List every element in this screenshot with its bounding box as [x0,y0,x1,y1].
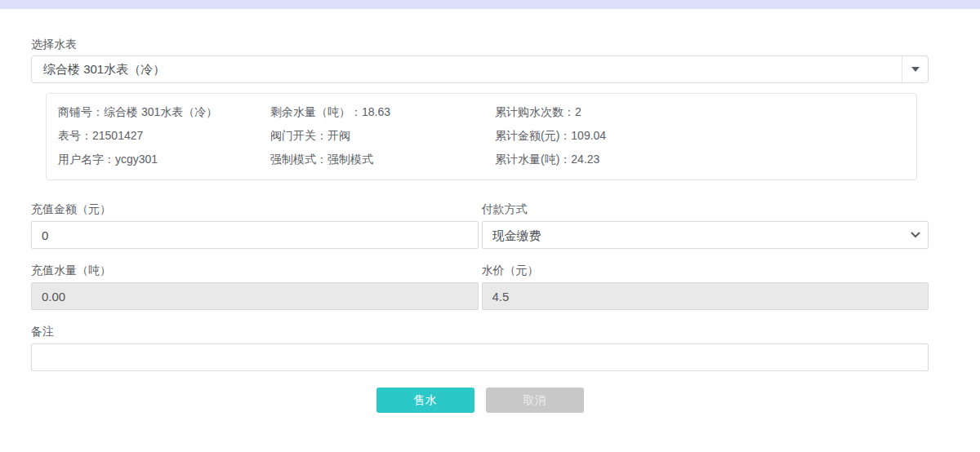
recharge-volume-label: 充值水量（吨） [31,264,479,277]
payment-method-select[interactable]: 现金缴费 [482,221,929,249]
info-remaining-water: 剩余水量（吨）：18.63 [270,100,495,124]
water-price-input [482,282,929,310]
action-buttons: 售水 取消 [31,388,929,413]
remark-label: 备注 [31,325,929,338]
meter-select-caret-button[interactable] [902,56,928,82]
sell-water-form: 选择水表 综合楼 301水表（冷） 商铺号：综合楼 301水表（冷） 剩余水量（… [0,38,980,413]
meter-select-value[interactable]: 综合楼 301水表（冷） [32,56,902,82]
recharge-volume-input [31,282,479,310]
info-meter-number: 表号：21501427 [58,124,270,148]
info-user-name: 用户名字：ycgy301 [58,148,270,171]
recharge-amount-input[interactable] [31,221,479,249]
remark-input[interactable] [31,343,929,371]
info-shop-number: 商铺号：综合楼 301水表（冷） [58,100,270,124]
info-purchase-count: 累计购水次数：2 [495,100,905,124]
caret-down-icon [911,67,920,72]
sell-water-button[interactable]: 售水 [376,388,474,413]
meter-select-combobox[interactable]: 综合楼 301水表（冷） [31,55,929,83]
meter-info-panel: 商铺号：综合楼 301水表（冷） 剩余水量（吨）：18.63 累计购水次数：2 … [46,93,917,180]
meter-info-grid: 商铺号：综合楼 301水表（冷） 剩余水量（吨）：18.63 累计购水次数：2 … [58,100,905,171]
info-forced-mode: 强制模式：强制模式 [270,148,495,171]
cancel-button[interactable]: 取消 [486,388,584,413]
recharge-amount-label: 充值金额（元） [31,202,479,215]
water-price-label: 水价（元） [482,264,929,277]
info-valve-state: 阀门开关：开阀 [270,124,495,148]
meter-select-label: 选择水表 [31,38,929,51]
info-total-amount: 累计金额(元)：109.04 [495,124,905,148]
top-accent-bar [0,0,980,9]
info-total-water: 累计水量(吨)：24.23 [495,148,905,171]
payment-method-label: 付款方式 [482,202,929,215]
